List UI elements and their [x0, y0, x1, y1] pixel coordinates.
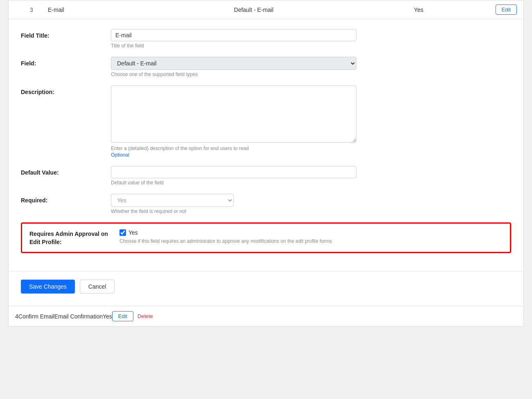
bottom-row-field-type: Email Confirmation: [54, 313, 103, 320]
field-title-hint: Title of the field: [111, 43, 511, 49]
field-type-hint: Choose one of the supported field types: [111, 72, 511, 77]
default-value-label: Default Value:: [21, 166, 111, 176]
description-optional: Optional: [111, 152, 511, 158]
admin-approval-hint: Choose if this field requires an adminis…: [119, 238, 503, 244]
bottom-edit-button[interactable]: Edit: [112, 311, 133, 321]
field-type-select[interactable]: Default - E-mail: [111, 57, 356, 70]
field-title-input[interactable]: [111, 29, 356, 41]
row-field-type: Default - E-mail: [113, 7, 394, 13]
field-title-group: Field Title: Title of the field: [21, 29, 511, 49]
row-number: 3: [15, 7, 48, 13]
bottom-delete-button[interactable]: Delete: [135, 312, 156, 321]
row-required: Yes: [394, 7, 443, 13]
field-type-control: Default - E-mail Choose one of the suppo…: [111, 57, 511, 77]
field-title-label: Field Title:: [21, 29, 111, 39]
admin-approval-checkbox-row: Yes: [119, 229, 503, 236]
admin-approval-box: Requires Admin Approval on Edit Profile:…: [21, 222, 511, 253]
action-buttons-bar: Save Changes Cancel: [9, 271, 523, 306]
top-table-row: 3 E-mail Default - E-mail Yes Edit: [9, 0, 523, 19]
field-title-control: Title of the field: [111, 29, 511, 49]
description-label: Description:: [21, 85, 111, 95]
admin-approval-yes-label[interactable]: Yes: [128, 229, 138, 236]
bottom-row-actions: Edit Delete: [112, 311, 156, 321]
description-hint: Enter a (detailed) description of the op…: [111, 146, 511, 151]
required-hint: Whether the field is required or not: [111, 208, 511, 214]
row-field-name: E-mail: [48, 7, 113, 13]
top-edit-button[interactable]: Edit: [496, 4, 517, 15]
description-control: Enter a (detailed) description of the op…: [111, 85, 511, 158]
field-type-group: Field: Default - E-mail Choose one of th…: [21, 57, 511, 77]
default-value-hint: Default value of the field: [111, 180, 511, 186]
description-group: Description: Enter a (detailed) descript…: [21, 85, 511, 158]
required-control: Yes No Whether the field is required or …: [111, 194, 511, 214]
admin-approval-content: Yes Choose if this field requires an adm…: [119, 229, 503, 244]
bottom-table-row: 4 Confirm Email Email Confirmation Yes E…: [9, 306, 523, 326]
required-label: Required:: [21, 194, 111, 204]
required-group: Required: Yes No Whether the field is re…: [21, 194, 511, 214]
row-actions: Edit: [443, 4, 517, 15]
bottom-row-required: Yes: [103, 313, 112, 320]
default-value-control: Default value of the field: [111, 166, 511, 186]
bottom-row-number: 4: [15, 313, 18, 320]
default-value-input[interactable]: [111, 166, 356, 178]
description-textarea[interactable]: [111, 85, 356, 143]
admin-approval-checkbox[interactable]: [119, 229, 126, 236]
bottom-row-field-name: Confirm Email: [18, 313, 54, 320]
edit-form: Field Title: Title of the field Field: D…: [9, 19, 523, 271]
save-changes-button[interactable]: Save Changes: [21, 280, 75, 294]
field-type-label: Field:: [21, 57, 111, 67]
admin-approval-label: Requires Admin Approval on Edit Profile:: [29, 229, 119, 246]
default-value-group: Default Value: Default value of the fiel…: [21, 166, 511, 186]
cancel-button[interactable]: Cancel: [80, 280, 115, 294]
required-select[interactable]: Yes No: [111, 194, 234, 207]
